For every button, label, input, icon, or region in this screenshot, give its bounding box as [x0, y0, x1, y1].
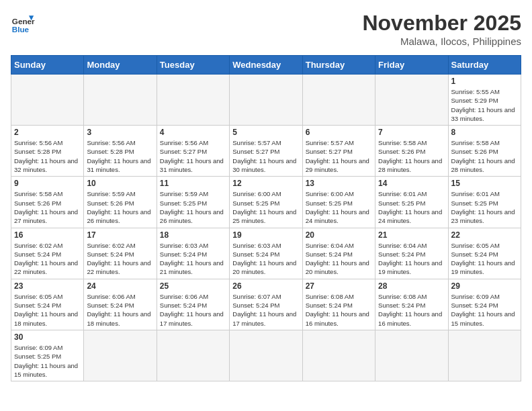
calendar-cell — [302, 330, 375, 381]
calendar-cell: 2Sunrise: 5:56 AMSunset: 5:28 PMDaylight… — [11, 126, 84, 177]
week-row-6: 30Sunrise: 6:09 AMSunset: 5:25 PMDayligh… — [11, 330, 521, 381]
calendar-cell — [230, 330, 302, 381]
calendar-cell: 15Sunrise: 6:01 AMSunset: 5:25 PMDayligh… — [448, 177, 521, 228]
calendar-cell: 21Sunrise: 6:04 AMSunset: 5:24 PMDayligh… — [375, 228, 448, 279]
calendar-cell: 24Sunrise: 6:06 AMSunset: 5:24 PMDayligh… — [84, 279, 157, 330]
calendar-cell: 25Sunrise: 6:06 AMSunset: 5:24 PMDayligh… — [157, 279, 229, 330]
day-info: Sunrise: 6:05 AMSunset: 5:24 PMDaylight:… — [14, 292, 81, 328]
calendar-cell: 8Sunrise: 5:58 AMSunset: 5:26 PMDaylight… — [448, 126, 521, 177]
day-info: Sunrise: 5:56 AMSunset: 5:28 PMDaylight:… — [87, 138, 153, 174]
day-number: 15 — [451, 179, 518, 188]
calendar-cell — [84, 75, 157, 126]
day-info: Sunrise: 6:01 AMSunset: 5:25 PMDaylight:… — [451, 189, 518, 225]
day-info: Sunrise: 6:02 AMSunset: 5:24 PMDaylight:… — [87, 241, 153, 277]
calendar-cell: 9Sunrise: 5:58 AMSunset: 5:26 PMDaylight… — [11, 177, 84, 228]
day-info: Sunrise: 5:58 AMSunset: 5:26 PMDaylight:… — [378, 138, 445, 174]
day-number: 24 — [87, 281, 153, 291]
calendar-cell — [11, 75, 84, 126]
day-info: Sunrise: 6:00 AMSunset: 5:25 PMDaylight:… — [306, 189, 372, 225]
calendar-cell: 17Sunrise: 6:02 AMSunset: 5:24 PMDayligh… — [84, 228, 157, 279]
calendar-cell: 30Sunrise: 6:09 AMSunset: 5:25 PMDayligh… — [11, 330, 84, 381]
day-number: 8 — [451, 128, 518, 137]
day-info: Sunrise: 6:03 AMSunset: 5:24 PMDaylight:… — [160, 241, 226, 277]
calendar-cell: 3Sunrise: 5:56 AMSunset: 5:28 PMDaylight… — [84, 126, 157, 177]
day-header-saturday: Saturday — [448, 56, 521, 75]
calendar-cell — [157, 330, 229, 381]
day-number: 18 — [160, 230, 226, 240]
day-info: Sunrise: 5:58 AMSunset: 5:26 PMDaylight:… — [451, 138, 518, 174]
day-number: 10 — [87, 179, 153, 188]
week-row-3: 9Sunrise: 5:58 AMSunset: 5:26 PMDaylight… — [11, 177, 521, 228]
day-number: 19 — [232, 230, 299, 240]
calendar-cell — [448, 330, 521, 381]
calendar-cell — [375, 75, 448, 126]
day-info: Sunrise: 5:55 AMSunset: 5:29 PMDaylight:… — [451, 87, 518, 123]
day-info: Sunrise: 5:56 AMSunset: 5:28 PMDaylight:… — [14, 138, 81, 174]
calendar-cell: 1Sunrise: 5:55 AMSunset: 5:29 PMDaylight… — [448, 75, 521, 126]
day-info: Sunrise: 6:05 AMSunset: 5:24 PMDaylight:… — [451, 241, 518, 277]
day-info: Sunrise: 6:04 AMSunset: 5:24 PMDaylight:… — [378, 241, 445, 277]
day-info: Sunrise: 6:04 AMSunset: 5:24 PMDaylight:… — [306, 241, 372, 277]
calendar-cell: 29Sunrise: 6:09 AMSunset: 5:24 PMDayligh… — [448, 279, 521, 330]
calendar-cell — [375, 330, 448, 381]
day-header-monday: Monday — [84, 56, 157, 75]
day-info: Sunrise: 6:02 AMSunset: 5:24 PMDaylight:… — [14, 241, 81, 277]
day-header-friday: Friday — [375, 56, 448, 75]
calendar-cell: 19Sunrise: 6:03 AMSunset: 5:24 PMDayligh… — [230, 228, 302, 279]
day-number: 27 — [306, 281, 372, 291]
calendar-cell: 6Sunrise: 5:57 AMSunset: 5:27 PMDaylight… — [302, 126, 375, 177]
day-number: 1 — [451, 77, 518, 86]
location: Malawa, Ilocos, Philippines — [362, 36, 521, 47]
calendar-cell — [302, 75, 375, 126]
day-header-wednesday: Wednesday — [230, 56, 302, 75]
day-number: 22 — [451, 230, 518, 240]
week-row-4: 16Sunrise: 6:02 AMSunset: 5:24 PMDayligh… — [11, 228, 521, 279]
calendar-cell: 10Sunrise: 5:59 AMSunset: 5:26 PMDayligh… — [84, 177, 157, 228]
week-row-5: 23Sunrise: 6:05 AMSunset: 5:24 PMDayligh… — [11, 279, 521, 330]
day-number: 5 — [232, 128, 299, 137]
day-header-sunday: Sunday — [11, 56, 84, 75]
month-title: November 2025 — [362, 11, 521, 36]
day-info: Sunrise: 6:08 AMSunset: 5:24 PMDaylight:… — [378, 292, 445, 328]
calendar-cell — [157, 75, 229, 126]
page-header: General Blue November 2025 Malawa, Iloco… — [11, 11, 521, 47]
day-number: 30 — [14, 332, 81, 342]
week-row-1: 1Sunrise: 5:55 AMSunset: 5:29 PMDaylight… — [11, 75, 521, 126]
calendar-cell: 11Sunrise: 5:59 AMSunset: 5:25 PMDayligh… — [157, 177, 229, 228]
day-info: Sunrise: 5:59 AMSunset: 5:25 PMDaylight:… — [160, 189, 226, 225]
calendar-cell: 27Sunrise: 6:08 AMSunset: 5:24 PMDayligh… — [302, 279, 375, 330]
day-number: 26 — [232, 281, 299, 291]
day-headers-row: SundayMondayTuesdayWednesdayThursdayFrid… — [11, 56, 521, 75]
calendar-cell: 14Sunrise: 6:01 AMSunset: 5:25 PMDayligh… — [375, 177, 448, 228]
day-info: Sunrise: 6:06 AMSunset: 5:24 PMDaylight:… — [160, 292, 226, 328]
day-info: Sunrise: 6:08 AMSunset: 5:24 PMDaylight:… — [306, 292, 372, 328]
calendar-table: SundayMondayTuesdayWednesdayThursdayFrid… — [11, 55, 521, 381]
day-number: 16 — [14, 230, 81, 240]
calendar-cell: 16Sunrise: 6:02 AMSunset: 5:24 PMDayligh… — [11, 228, 84, 279]
day-number: 3 — [87, 128, 153, 137]
calendar-cell: 12Sunrise: 6:00 AMSunset: 5:25 PMDayligh… — [230, 177, 302, 228]
day-info: Sunrise: 5:56 AMSunset: 5:27 PMDaylight:… — [160, 138, 226, 174]
calendar-cell — [84, 330, 157, 381]
day-number: 28 — [378, 281, 445, 291]
logo: General Blue — [11, 11, 35, 35]
day-number: 7 — [378, 128, 445, 137]
day-number: 6 — [306, 128, 372, 137]
day-number: 11 — [160, 179, 226, 188]
day-number: 4 — [160, 128, 226, 137]
calendar-cell: 20Sunrise: 6:04 AMSunset: 5:24 PMDayligh… — [302, 228, 375, 279]
day-number: 20 — [306, 230, 372, 240]
calendar-cell: 23Sunrise: 6:05 AMSunset: 5:24 PMDayligh… — [11, 279, 84, 330]
day-info: Sunrise: 6:06 AMSunset: 5:24 PMDaylight:… — [87, 292, 153, 328]
calendar-cell: 18Sunrise: 6:03 AMSunset: 5:24 PMDayligh… — [157, 228, 229, 279]
calendar-cell: 13Sunrise: 6:00 AMSunset: 5:25 PMDayligh… — [302, 177, 375, 228]
calendar-cell: 4Sunrise: 5:56 AMSunset: 5:27 PMDaylight… — [157, 126, 229, 177]
day-number: 17 — [87, 230, 153, 240]
day-info: Sunrise: 6:09 AMSunset: 5:24 PMDaylight:… — [451, 292, 518, 328]
day-number: 14 — [378, 179, 445, 188]
week-row-2: 2Sunrise: 5:56 AMSunset: 5:28 PMDaylight… — [11, 126, 521, 177]
day-number: 21 — [378, 230, 445, 240]
day-number: 9 — [14, 179, 81, 188]
day-number: 12 — [232, 179, 299, 188]
calendar-cell — [230, 75, 302, 126]
